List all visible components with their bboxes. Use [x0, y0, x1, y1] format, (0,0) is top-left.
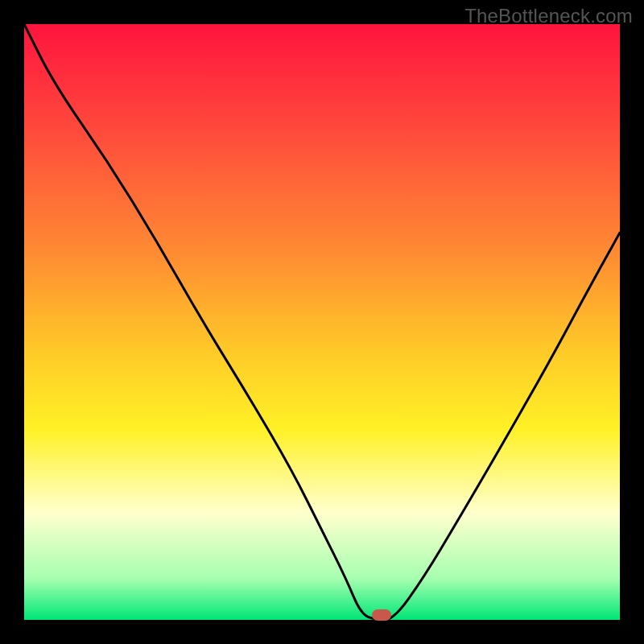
plot-area: [24, 24, 620, 620]
curve-path: [24, 24, 620, 620]
watermark-text: TheBottleneck.com: [464, 5, 633, 27]
bottleneck-curve: [24, 24, 620, 620]
optimal-point-marker: [372, 609, 391, 621]
chart-frame: TheBottleneck.com: [0, 0, 644, 644]
